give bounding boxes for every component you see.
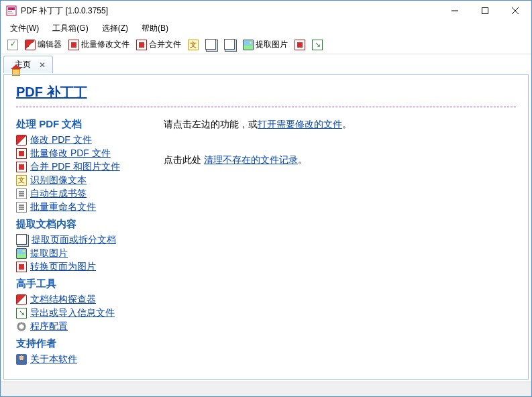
toolbar-editor-label: 编辑器 <box>38 39 62 50</box>
list-item: 提取页面或拆分文档 <box>16 233 150 247</box>
user-icon <box>16 354 27 365</box>
tab-strip: 主页 ✕ <box>1 54 531 73</box>
list-item: 转换页面为图片 <box>16 260 150 274</box>
toolbar-convert-button[interactable] <box>292 38 308 52</box>
separator <box>16 107 516 107</box>
svg-rect-1 <box>8 7 15 10</box>
section-extract-heading: 提取文档内容 <box>16 218 150 231</box>
svg-rect-3 <box>8 13 13 13</box>
toolbar-merge-button[interactable]: 合并文件 <box>134 38 184 52</box>
link-open-file[interactable]: 打开需要修改的文件 <box>258 119 342 129</box>
link-batch-rename[interactable]: 批量重命名文件 <box>30 201 96 213</box>
toolbar-extract-images-button[interactable]: 提取图片 <box>240 38 290 52</box>
title-bar: PDF 补丁丁 [1.0.0.3755] <box>1 1 531 21</box>
rename-icon <box>16 202 27 213</box>
list-item: 程序配置 <box>16 320 150 333</box>
pdf-icon <box>16 135 27 146</box>
prompt-line-2: 点击此处 清理不存在的文件记录。 <box>164 151 516 169</box>
app-icon <box>6 5 17 16</box>
link-structure[interactable]: 文档结构探查器 <box>30 294 96 306</box>
export-icon <box>312 40 323 50</box>
list-item: 导出或导入信息文件 <box>16 306 150 320</box>
list-item: 批量修改 PDF 文件 <box>16 147 150 160</box>
menu-bar: 文件(W) 工具箱(G) 选择(Z) 帮助(B) <box>1 21 531 36</box>
pdf-batch-icon <box>16 148 27 159</box>
link-modify-pdf[interactable]: 修改 PDF 文件 <box>30 134 92 146</box>
maximize-button[interactable] <box>470 1 500 20</box>
gear-icon <box>16 321 27 332</box>
section-advanced-heading: 高手工具 <box>16 278 150 290</box>
sidebar: 处理 PDF 文档 修改 PDF 文件 批量修改 PDF 文件 合并 PDF 和… <box>16 114 150 366</box>
text-icon <box>188 40 199 50</box>
toolbar-extract-label: 提取图片 <box>256 39 288 50</box>
link-config[interactable]: 程序配置 <box>30 321 68 333</box>
toolbar-export-button[interactable] <box>309 38 325 52</box>
svg-rect-5 <box>482 8 488 14</box>
list-item: 合并 PDF 和图片文件 <box>16 160 150 174</box>
list-item: 关于本软件 <box>16 353 150 366</box>
minimize-button[interactable] <box>439 1 470 20</box>
checklist-icon <box>7 40 18 50</box>
toolbar-batch-modify-button[interactable]: 批量修改文件 <box>66 38 132 52</box>
menu-select[interactable]: 选择(Z) <box>95 21 135 36</box>
link-auto-bookmark[interactable]: 自动生成书签 <box>30 188 87 200</box>
pdf-icon <box>25 40 36 50</box>
link-extract-images[interactable]: 提取图片 <box>30 247 68 260</box>
list-item: 修改 PDF 文件 <box>16 133 150 147</box>
structure-icon <box>16 294 27 305</box>
toolbar-copy-button[interactable] <box>203 38 220 52</box>
link-about[interactable]: 关于本软件 <box>30 353 77 365</box>
image-icon <box>243 40 254 50</box>
toolbar-editor-button[interactable]: 编辑器 <box>22 38 64 52</box>
link-extract-split[interactable]: 提取页面或拆分文档 <box>32 234 116 246</box>
section-process-heading: 处理 PDF 文档 <box>16 118 150 131</box>
link-batch-modify[interactable]: 批量修改 PDF 文件 <box>30 148 111 160</box>
toolbar-ocr-button[interactable] <box>185 38 201 52</box>
bookmark-icon <box>16 188 27 199</box>
menu-file[interactable]: 文件(W) <box>3 21 46 36</box>
list-item: 文档结构探查器 <box>16 293 150 306</box>
toolbar: 编辑器 批量修改文件 合并文件 提取图片 <box>1 36 531 54</box>
list-item: 提取图片 <box>16 247 150 260</box>
convert-icon <box>295 40 305 50</box>
section-support-heading: 支持作者 <box>16 337 150 350</box>
image-icon <box>16 248 27 259</box>
toolbar-checklist-button[interactable] <box>5 38 21 52</box>
tab-close-button[interactable]: ✕ <box>39 60 46 70</box>
svg-rect-2 <box>8 11 12 12</box>
content-frame: PDF 补丁丁 处理 PDF 文档 修改 PDF 文件 批量修改 PDF 文件 … <box>3 74 529 380</box>
close-button[interactable] <box>500 1 530 20</box>
toolbar-batch-label: 批量修改文件 <box>81 39 129 50</box>
link-page-to-image[interactable]: 转换页面为图片 <box>30 261 96 273</box>
list-item: 识别图像文本 <box>16 174 150 187</box>
toolbar-paste-button[interactable] <box>221 38 239 52</box>
pdf-merge-icon <box>16 162 27 172</box>
export-icon <box>16 308 27 319</box>
copy-icon <box>205 39 216 50</box>
paste-icon <box>224 39 235 50</box>
convert-icon <box>16 262 27 272</box>
toolbar-merge-label: 合并文件 <box>149 39 181 50</box>
pdf-merge-icon <box>136 40 147 50</box>
main-panel: 请点击左边的功能，或打开需要修改的文件。 点击此处 清理不存在的文件记录。 <box>164 114 516 366</box>
window-title: PDF 补丁丁 [1.0.0.3755] <box>21 5 439 17</box>
status-bar <box>1 382 531 396</box>
menu-toolbox[interactable]: 工具箱(G) <box>46 21 95 36</box>
list-item: 自动生成书签 <box>16 187 150 201</box>
page-title[interactable]: PDF 补丁丁 <box>16 83 87 101</box>
link-import-export[interactable]: 导出或导入信息文件 <box>30 307 115 319</box>
content-area: PDF 补丁丁 处理 PDF 文档 修改 PDF 文件 批量修改 PDF 文件 … <box>4 75 528 379</box>
link-ocr[interactable]: 识别图像文本 <box>30 174 87 186</box>
list-item: 批量重命名文件 <box>16 201 150 214</box>
split-icon <box>16 234 27 245</box>
menu-help[interactable]: 帮助(B) <box>135 21 175 36</box>
link-merge[interactable]: 合并 PDF 和图片文件 <box>30 161 120 173</box>
tab-home[interactable]: 主页 ✕ <box>3 56 53 73</box>
link-clean-records[interactable]: 清理不存在的文件记录 <box>204 154 298 165</box>
prompt-line-1: 请点击左边的功能，或打开需要修改的文件。 <box>164 115 516 133</box>
pdf-batch-icon <box>68 40 79 50</box>
text-icon <box>16 175 27 186</box>
